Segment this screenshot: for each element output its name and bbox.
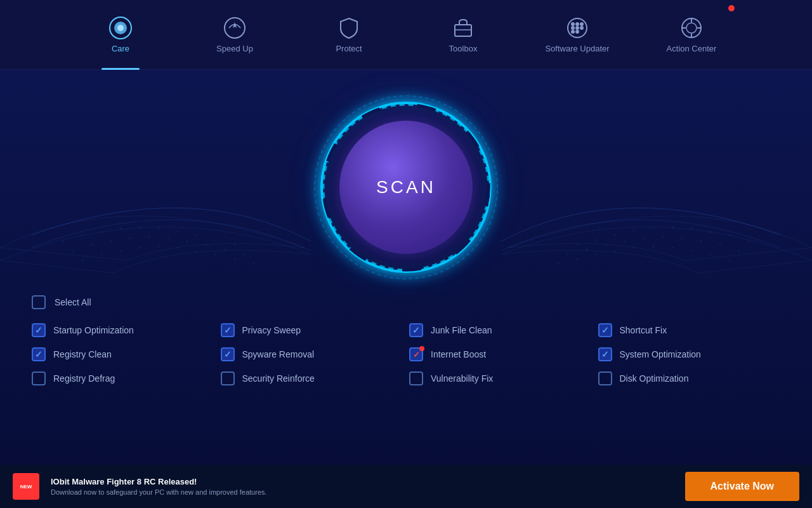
svg-point-9 xyxy=(580,22,584,26)
svg-point-32 xyxy=(91,244,93,246)
nav-bar: Care Speed Up Protect Toolbox xyxy=(0,0,812,70)
activate-now-button[interactable]: Activate Now xyxy=(685,472,799,501)
svg-point-45 xyxy=(158,246,160,248)
pin-dot xyxy=(419,346,424,351)
svg-point-34 xyxy=(129,237,131,239)
svg-point-44 xyxy=(139,247,141,249)
cb-spyware-removal[interactable]: ✓ xyxy=(221,347,235,361)
checkboxes-area: Select All ✓ Startup Optimization ✓ Priv… xyxy=(32,295,780,385)
svg-point-51 xyxy=(748,241,750,243)
nav-item-software-updater[interactable]: Software Updater xyxy=(520,0,634,70)
svg-point-29 xyxy=(215,239,217,241)
svg-point-21 xyxy=(63,241,65,243)
nav-item-speedup[interactable]: Speed Up xyxy=(178,0,292,70)
svg-point-11 xyxy=(575,26,579,30)
label-internet-boost: Internet Boost xyxy=(431,349,486,359)
new-badge: NEW xyxy=(13,473,39,500)
svg-point-72 xyxy=(710,253,712,255)
checkbox-shortcut-fix[interactable]: ✓ Shortcut Fix xyxy=(598,323,781,337)
cb-junk-file[interactable]: ✓ xyxy=(409,323,423,337)
nav-item-protect[interactable]: Protect xyxy=(292,0,406,70)
svg-point-14 xyxy=(575,30,579,34)
cb-internet-boost[interactable]: ✓ xyxy=(409,347,423,361)
svg-point-25 xyxy=(139,227,141,229)
svg-point-64 xyxy=(681,237,683,239)
bottom-subtitle: Download now to safeguard your PC with n… xyxy=(51,488,674,496)
svg-point-38 xyxy=(206,244,207,246)
svg-point-7 xyxy=(571,22,575,26)
cb-privacy-sweep[interactable]: ✓ xyxy=(221,323,235,337)
svg-point-48 xyxy=(215,254,217,256)
svg-point-79 xyxy=(577,258,579,260)
svg-point-67 xyxy=(624,241,626,243)
svg-point-37 xyxy=(187,241,188,243)
label-registry-defrag: Registry Defrag xyxy=(53,373,115,384)
select-all-checkbox[interactable] xyxy=(32,295,46,309)
checkbox-privacy-sweep[interactable]: ✓ Privacy Sweep xyxy=(221,323,403,337)
svg-point-68 xyxy=(605,244,607,246)
checkbox-startup-opt[interactable]: ✓ Startup Optimization xyxy=(32,323,214,337)
svg-point-8 xyxy=(575,22,579,26)
nav-item-toolbox[interactable]: Toolbox xyxy=(406,0,520,70)
svg-point-73 xyxy=(691,250,693,252)
svg-point-74 xyxy=(672,247,674,249)
nav-label-speedup: Speed Up xyxy=(216,44,253,53)
svg-point-46 xyxy=(177,247,179,249)
select-all-row[interactable]: Select All xyxy=(32,295,780,309)
svg-point-43 xyxy=(120,250,122,252)
checkbox-disk-opt[interactable]: Disk Optimization xyxy=(598,371,781,385)
cb-startup-opt[interactable]: ✓ xyxy=(32,323,46,337)
checkbox-vulnerability-fix[interactable]: Vulnerability Fix xyxy=(409,371,592,385)
svg-point-63 xyxy=(700,241,702,243)
cb-security-reinforce[interactable] xyxy=(221,371,235,385)
checkbox-registry-defrag[interactable]: Registry Defrag xyxy=(32,371,214,385)
checkbox-spyware-removal[interactable]: ✓ Spyware Removal xyxy=(221,347,403,361)
svg-point-12 xyxy=(580,26,584,30)
select-all-label: Select All xyxy=(55,297,91,307)
svg-point-41 xyxy=(82,260,84,262)
svg-point-39 xyxy=(225,249,226,251)
label-spyware-removal: Spyware Removal xyxy=(242,349,315,359)
bottom-title: IObit Malware Fighter 8 RC Released! xyxy=(51,477,674,486)
badge-text: NEW xyxy=(20,484,32,490)
cb-shortcut-fix[interactable]: ✓ xyxy=(598,323,612,337)
svg-point-52 xyxy=(729,234,731,236)
cb-disk-opt[interactable] xyxy=(598,371,612,385)
svg-point-3 xyxy=(225,18,245,38)
svg-point-22 xyxy=(82,234,84,236)
svg-point-70 xyxy=(567,253,569,255)
label-system-opt: System Optimization xyxy=(620,349,701,359)
checkbox-junk-file[interactable]: ✓ Junk File Clean xyxy=(409,323,592,337)
svg-point-59 xyxy=(596,239,598,241)
checkbox-registry-clean[interactable]: ✓ Registry Clean xyxy=(32,347,214,361)
checkbox-internet-boost[interactable]: ✓ Internet Boost xyxy=(409,347,592,361)
svg-point-16 xyxy=(686,23,697,33)
cb-system-opt[interactable]: ✓ xyxy=(598,347,612,361)
svg-point-35 xyxy=(148,236,150,238)
checkbox-system-opt[interactable]: ✓ System Optimization xyxy=(598,347,781,361)
cb-registry-defrag[interactable] xyxy=(32,371,46,385)
svg-point-66 xyxy=(643,237,645,239)
nav-label-toolbox: Toolbox xyxy=(449,44,478,53)
nav-label-protect: Protect xyxy=(336,44,362,53)
svg-point-31 xyxy=(72,250,74,252)
svg-point-71 xyxy=(729,260,731,262)
label-disk-opt: Disk Optimization xyxy=(620,373,689,384)
checkbox-security-reinforce[interactable]: Security Reinforce xyxy=(221,371,403,385)
nav-label-software-updater: Software Updater xyxy=(545,44,609,53)
svg-point-69 xyxy=(586,249,588,251)
svg-point-47 xyxy=(196,250,198,252)
svg-point-2 xyxy=(117,25,124,31)
cb-vulnerability-fix[interactable] xyxy=(409,371,423,385)
label-privacy-sweep: Privacy Sweep xyxy=(242,325,301,335)
svg-point-57 xyxy=(634,231,636,233)
svg-point-24 xyxy=(120,228,122,230)
svg-point-23 xyxy=(101,231,103,233)
label-registry-clean: Registry Clean xyxy=(53,349,112,359)
scan-area: SCAN xyxy=(314,95,498,279)
nav-item-care[interactable]: Care xyxy=(63,0,178,70)
scan-ring: SCAN xyxy=(320,102,492,273)
nav-item-action-center[interactable]: Action Center xyxy=(634,0,749,70)
nav-label-care: Care xyxy=(112,44,129,53)
cb-registry-clean[interactable]: ✓ xyxy=(32,347,46,361)
